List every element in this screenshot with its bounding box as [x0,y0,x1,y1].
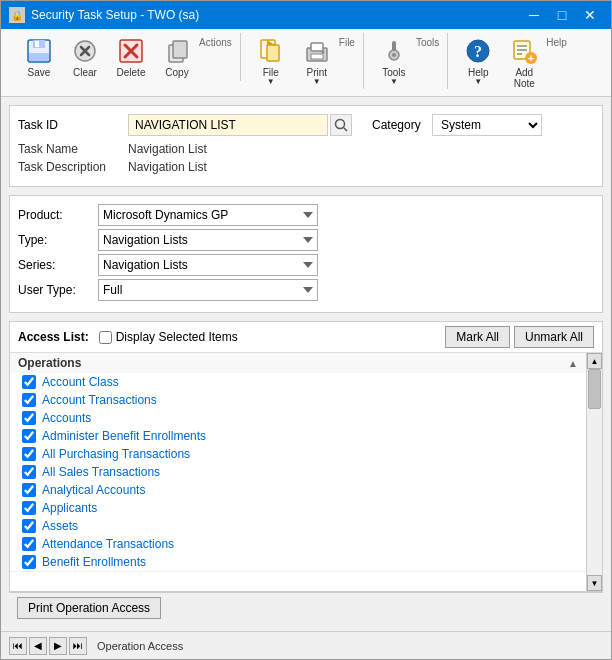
scrollbar[interactable]: ▲ ▼ [586,353,602,591]
item-checkbox-3[interactable] [22,429,36,443]
item-checkbox-2[interactable] [22,411,36,425]
mark-all-button[interactable]: Mark All [445,326,510,348]
minimize-button[interactable]: ─ [521,5,547,25]
close-button[interactable]: ✕ [577,5,603,25]
product-select[interactable]: Microsoft Dynamics GP [98,204,318,226]
collapse-icon[interactable]: ▲ [568,358,578,369]
item-checkbox-9[interactable] [22,537,36,551]
clear-button[interactable]: Clear [63,33,107,81]
item-checkbox-6[interactable] [22,483,36,497]
display-selected-checkbox[interactable] [99,331,112,344]
svg-point-13 [321,51,324,54]
series-select[interactable]: Navigation Lists [98,254,318,276]
file-group-label: File [339,37,355,48]
tools-arrow-icon: ▼ [390,78,398,86]
list-section-header: Operations ▲ [10,353,586,373]
tools-group: Tools ▼ Tools [364,33,448,89]
item-label-8[interactable]: Assets [42,519,78,533]
tools-buttons: Tools ▼ [372,33,416,89]
item-label-3[interactable]: Administer Benefit Enrollments [42,429,206,443]
list-item[interactable]: Attendance Transactions [10,535,586,553]
scrollbar-up-button[interactable]: ▲ [587,353,602,369]
maximize-button[interactable]: □ [549,5,575,25]
list-item[interactable]: Account Class [10,373,586,391]
file-icon [257,37,285,65]
item-label-4[interactable]: All Purchasing Transactions [42,447,190,461]
content-area: Task ID Category System Task Name Naviga… [1,97,611,631]
item-checkbox-4[interactable] [22,447,36,461]
category-select[interactable]: System [432,114,542,136]
display-selected-label[interactable]: Display Selected Items [99,330,238,344]
file-arrow-icon: ▼ [267,78,275,86]
scrollbar-down-button[interactable]: ▼ [587,575,602,591]
unmark-all-button[interactable]: Unmark All [514,326,594,348]
list-item[interactable]: Assets [10,517,586,535]
svg-rect-12 [311,54,323,59]
tools-icon [380,37,408,65]
nav-next-button[interactable]: ▶ [49,637,67,655]
item-label-1[interactable]: Account Transactions [42,393,157,407]
nav-last-button[interactable]: ⏭ [69,637,87,655]
list-item[interactable]: Applicants [10,499,586,517]
item-label-9[interactable]: Attendance Transactions [42,537,174,551]
product-form: Product: Microsoft Dynamics GP Type: Nav… [9,195,603,313]
list-item[interactable]: Benefit Enrollments [10,553,586,572]
help-button[interactable]: ? Help ▼ [456,33,500,92]
item-checkbox-1[interactable] [22,393,36,407]
item-checkbox-7[interactable] [22,501,36,515]
print-button[interactable]: Print ▼ [295,33,339,89]
nav-prev-button[interactable]: ◀ [29,637,47,655]
item-checkbox-5[interactable] [22,465,36,479]
clear-icon [71,37,99,65]
status-bar: ⏮ ◀ ▶ ⏭ Operation Access [1,631,611,659]
scrollbar-track[interactable] [587,369,602,575]
svg-text:+: + [528,52,534,64]
access-list-container[interactable]: Operations ▲ Account Class Account Trans… [10,353,586,591]
item-label-0[interactable]: Account Class [42,375,119,389]
category-label: Category [372,118,432,132]
help-group-label: Help [546,37,567,48]
item-checkbox-8[interactable] [22,519,36,533]
item-label-2[interactable]: Accounts [42,411,91,425]
list-item[interactable]: All Purchasing Transactions [10,445,586,463]
toolbar: Save Clear Delete [1,29,611,97]
item-label-10[interactable]: Benefit Enrollments [42,555,146,569]
item-label-7[interactable]: Applicants [42,501,97,515]
task-desc-row: Task Description Navigation List [18,160,594,174]
task-id-label: Task ID [18,118,128,132]
item-label-6[interactable]: Analytical Accounts [42,483,145,497]
task-id-search-button[interactable] [330,114,352,136]
list-item[interactable]: Analytical Accounts [10,481,586,499]
type-select[interactable]: Navigation Lists [98,229,318,251]
addnote-button[interactable]: + Add Note [502,33,546,92]
help-arrow-icon: ▼ [474,78,482,86]
list-item[interactable]: Accounts [10,409,586,427]
type-label: Type: [18,233,98,247]
scrollbar-thumb[interactable] [588,369,601,409]
usertype-select[interactable]: Full Limited Self Service [98,279,318,301]
item-label-5[interactable]: All Sales Transactions [42,465,160,479]
tools-button[interactable]: Tools ▼ [372,33,416,89]
copy-label: Copy [165,67,188,78]
delete-button[interactable]: Delete [109,33,153,81]
svg-rect-11 [311,43,323,51]
actions-group-label: Actions [199,37,232,48]
list-item[interactable]: All Sales Transactions [10,463,586,481]
item-checkbox-0[interactable] [22,375,36,389]
nav-first-button[interactable]: ⏮ [9,637,27,655]
search-icon [334,118,348,132]
access-header-right: Mark All Unmark All [445,326,594,348]
window-controls: ─ □ ✕ [521,5,603,25]
task-id-input[interactable] [128,114,328,136]
item-checkbox-10[interactable] [22,555,36,569]
save-button[interactable]: Save [17,33,61,81]
task-id-form: Task ID Category System Task Name Naviga… [9,105,603,187]
svg-point-16 [392,53,396,57]
copy-button[interactable]: Copy [155,33,199,81]
list-item[interactable]: Account Transactions [10,391,586,409]
print-operation-access-button[interactable]: Print Operation Access [17,597,161,619]
list-item[interactable]: Administer Benefit Enrollments [10,427,586,445]
file-button[interactable]: File ▼ [249,33,293,89]
task-name-value: Navigation List [128,142,207,156]
series-row: Series: Navigation Lists [18,254,594,276]
